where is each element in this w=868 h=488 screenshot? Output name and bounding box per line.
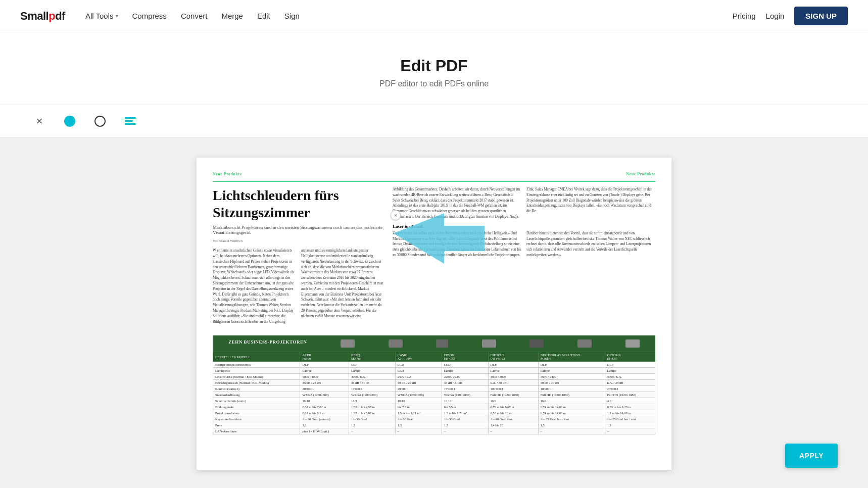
projector-shape <box>625 339 640 348</box>
projector-nec <box>577 339 592 348</box>
projector-shape <box>436 339 448 348</box>
brand-logo[interactable]: Smallpdf <box>20 10 65 23</box>
nav-compress[interactable]: Compress <box>132 12 167 20</box>
table-row: Betriebsgeräusch (Normal / Eco-Modus) 35… <box>213 380 655 386</box>
row-label: Kontrast (statisch) <box>213 386 300 392</box>
projector-acer <box>341 339 355 348</box>
pdf-main-title: Lichtschleudern fürs Sitzungszimmer <box>213 187 384 221</box>
table-row: LAN-Anschluss plus 1× HDMI(opt.)–––––– <box>213 428 655 434</box>
table-row: Standardauflösung WXGA (1280×800)WXGA (1… <box>213 392 655 398</box>
projector-epson <box>482 339 496 348</box>
nav-edit[interactable]: Edit <box>257 12 270 20</box>
signup-button[interactable]: SIGN UP <box>794 7 848 25</box>
nav-login[interactable]: Login <box>766 12 785 20</box>
pdf-section-label-left: Neue Produkte <box>213 172 242 176</box>
pdf-layout: Lichtschleudern fürs Sitzungszimmer Mark… <box>213 187 655 329</box>
projector-shape <box>529 339 544 348</box>
nav-convert[interactable]: Convert <box>181 12 208 20</box>
line-3 <box>125 123 136 125</box>
pdf-right-body3: Zudem bieten sie selbst nach vielen Betr… <box>393 231 655 258</box>
pdf-subheading: Laser im Trend <box>393 224 655 229</box>
col-header-5: INFOCUSIN1148HD <box>488 352 538 362</box>
pdf-right-body1: Abbildung des Gesamtmarktes. Deshalb arb… <box>393 187 655 220</box>
table-row: Leuchtstärke (Normal / Eco-Modus) 5000 /… <box>213 374 655 380</box>
col-header-7: OPTOMAEH420 <box>605 352 655 362</box>
line-1 <box>125 117 136 119</box>
table-row: Seitenverhältnis (nativ) 16:1016:916:101… <box>213 398 655 404</box>
nav-sign[interactable]: Sign <box>284 12 300 20</box>
close-tool-button[interactable]: × <box>30 112 49 130</box>
pdf-table-header: ZEHN BUSINESS-PROJEKTOREN <box>213 335 655 352</box>
pdf-divider <box>213 181 655 182</box>
row-label: LAN-Anschluss <box>213 428 300 434</box>
row-label: Bilddiagonale <box>213 404 300 410</box>
row-label: Beamer-projektionstechnik <box>213 362 300 368</box>
projector-benq <box>389 339 403 348</box>
row-label: Lichtquelle <box>213 368 300 374</box>
table-row: Projektionsdistanz 0,92 m bis 9,1 m1,32 … <box>213 410 655 416</box>
row-label: Projektionsdistanz <box>213 410 300 416</box>
pdf-section-label-right: Neue Produkte <box>626 172 655 176</box>
nav-links: All Tools ▾ Compress Convert Merge Edit … <box>85 12 733 20</box>
pdf-author: Von Marcel Wülfrich <box>213 239 384 243</box>
main-content: Neue Produkte Neue Produkte Lichtschleud… <box>0 137 868 488</box>
pdf-table-section: ZEHN BUSINESS-PROJEKTOREN <box>213 335 655 434</box>
nav-merge[interactable]: Merge <box>221 12 243 20</box>
text-tool-button[interactable] <box>121 112 139 130</box>
apply-button[interactable]: APPLY <box>785 444 838 468</box>
pdf-left-body: W er heute in ansehnlichen Grösse etwas … <box>213 248 384 324</box>
nav-pricing[interactable]: Pricing <box>733 12 756 20</box>
line-2 <box>125 120 133 122</box>
pdf-table-title: ZEHN BUSINESS-PROJEKTOREN <box>228 339 307 348</box>
page-title: Edit PDF <box>10 57 858 75</box>
col-header-0: HERSTELLER MODELL <box>213 352 300 362</box>
page-subtitle: PDF editor to edit PDFs online <box>10 79 858 88</box>
pdf-subtitle: Marktübersicht Projektoren sind in den m… <box>213 225 384 235</box>
close-icon: × <box>36 115 43 128</box>
table-row: Keystone-Korrektur +/– 30 Grad (autom.)+… <box>213 416 655 422</box>
projector-optoma <box>625 339 640 348</box>
hero-section: Edit PDF PDF editor to edit PDFs online <box>0 32 868 105</box>
pdf-preview: Neue Produkte Neue Produkte Lichtschleud… <box>197 158 671 470</box>
row-label: Standardauflösung <box>213 392 300 398</box>
filled-circle-icon <box>64 116 75 127</box>
chevron-down-icon: ▾ <box>116 13 118 19</box>
row-label: Betriebsgeräusch (Normal / Eco-Modus) <box>213 380 300 386</box>
draw-empty-button[interactable] <box>91 112 109 130</box>
pdf-right-col: Abbildung des Gesamtmarktes. Deshalb arb… <box>393 187 655 329</box>
projector-shape <box>341 339 355 348</box>
empty-circle-icon <box>94 116 106 127</box>
nav-right: Pricing Login SIGN UP <box>733 7 848 25</box>
col-header-4: EPSONEB-G42 <box>442 352 488 362</box>
pdf-table-head: HERSTELLER MODELL ACERP6500 BENQMX760 CA… <box>213 352 655 362</box>
projector-shape <box>577 339 592 348</box>
col-header-6: NEC DISPLAY SOLUTIONSM361H <box>538 352 605 362</box>
projector-casio <box>436 339 448 348</box>
navbar: Smallpdf All Tools ▾ Compress Convert Me… <box>0 0 868 32</box>
col-header-3: CASIOXJ-F100W <box>395 352 442 362</box>
projector-shape <box>482 339 496 348</box>
draw-filled-button[interactable] <box>61 112 79 130</box>
table-row: Preis 1,31,21,31,21,4 bis 201,51,5 <box>213 422 655 428</box>
table-row: Beamer-projektionstechnik DLPDLPLCDLCDDL… <box>213 362 655 368</box>
col-header-2: BENQMX760 <box>349 352 395 362</box>
nav-all-tools[interactable]: All Tools ▾ <box>85 12 118 20</box>
col-header-1: ACERP6500 <box>300 352 349 362</box>
pdf-left-col: Lichtschleudern fürs Sitzungszimmer Mark… <box>213 187 384 329</box>
table-row: Kontrast (statisch) 20'000:110'000:120'0… <box>213 386 655 392</box>
row-label: Leuchtstärke (Normal / Eco-Modus) <box>213 374 300 380</box>
toolbar: × <box>0 105 868 137</box>
table-row: Bilddiagonale 0,53 m bis 7,62 m1,52 m bi… <box>213 404 655 410</box>
row-label: Keystone-Korrektur <box>213 416 300 422</box>
pdf-header: Neue Produkte Neue Produkte <box>213 172 655 176</box>
table-header-row: HERSTELLER MODELL ACERP6500 BENQMX760 CA… <box>213 352 655 362</box>
pdf-table-body: Beamer-projektionstechnik DLPDLPLCDLCDDL… <box>213 362 655 434</box>
projector-infocus <box>529 339 544 348</box>
projector-images-row: ZEHN BUSINESS-PROJEKTOREN <box>217 337 651 350</box>
pdf-page: Neue Produkte Neue Produkte Lichtschleud… <box>197 158 671 449</box>
lines-icon <box>125 117 136 125</box>
annotation-close-button[interactable]: × <box>391 210 401 220</box>
pdf-table: HERSTELLER MODELL ACERP6500 BENQMX760 CA… <box>213 352 655 434</box>
projector-shape <box>389 339 403 348</box>
row-label: Seitenverhältnis (nativ) <box>213 398 300 404</box>
